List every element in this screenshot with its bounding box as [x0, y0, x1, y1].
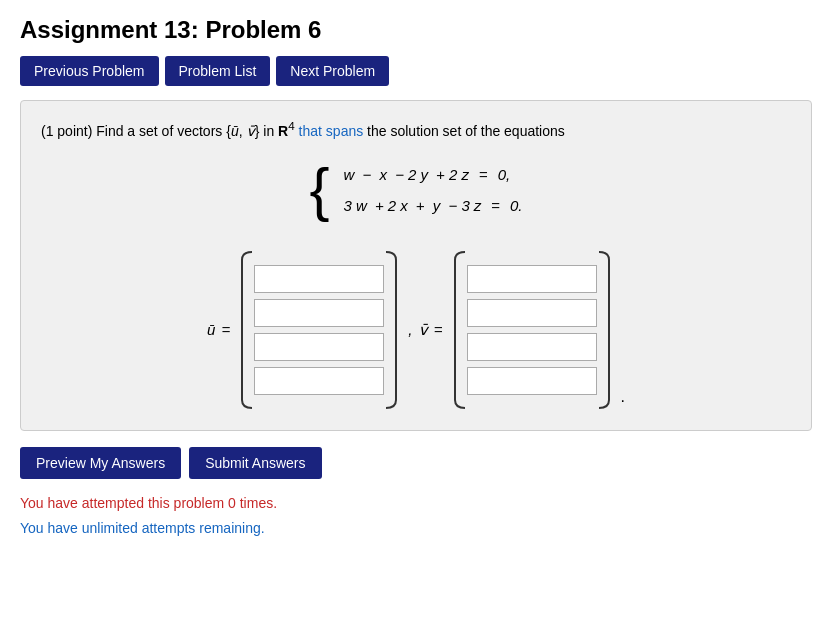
v-input-2[interactable] — [467, 299, 597, 327]
page-title: Assignment 13: Problem 6 — [20, 16, 812, 44]
u-input-3[interactable] — [254, 333, 384, 361]
vector-area: ū = , v̄ = — [41, 250, 791, 410]
statement-text: Find a set of vectors {ū, v̄} in — [96, 123, 278, 139]
right-bracket-v — [597, 250, 611, 410]
attempts-count: You have attempted this problem 0 times. — [20, 491, 812, 516]
submit-answers-button[interactable]: Submit Answers — [189, 447, 321, 479]
next-problem-button[interactable]: Next Problem — [276, 56, 389, 86]
problem-box: (1 point) Find a set of vectors {ū, v̄} … — [20, 100, 812, 431]
u-input-1[interactable] — [254, 265, 384, 293]
problem-list-button[interactable]: Problem List — [165, 56, 271, 86]
left-bracket-v — [453, 250, 467, 410]
preview-answers-button[interactable]: Preview My Answers — [20, 447, 181, 479]
prev-problem-button[interactable]: Previous Problem — [20, 56, 159, 86]
v-input-4[interactable] — [467, 367, 597, 395]
v-input-3[interactable] — [467, 333, 597, 361]
v-label: , v̄ = — [408, 321, 442, 339]
attempts-remaining: You have unlimited attempts remaining. — [20, 516, 812, 541]
bottom-buttons: Preview My Answers Submit Answers — [20, 447, 812, 479]
R4-label: R4 — [278, 123, 295, 139]
equations-block: { w − x − 2y + 2z = 0, 3w + 2x + y − 3z … — [41, 160, 791, 220]
u-inputs — [254, 265, 384, 395]
right-bracket-u — [384, 250, 398, 410]
period: . — [621, 388, 625, 406]
v-inputs — [467, 265, 597, 395]
nav-buttons: Previous Problem Problem List Next Probl… — [20, 56, 812, 86]
attempt-info: You have attempted this problem 0 times.… — [20, 491, 812, 541]
left-bracket-u — [240, 250, 254, 410]
u-matrix — [240, 250, 398, 410]
points-label: (1 point) — [41, 123, 92, 139]
equation-1: w − x − 2y + 2z = 0, — [344, 166, 523, 183]
v-matrix — [453, 250, 611, 410]
v-input-1[interactable] — [467, 265, 597, 293]
equation-2: 3w + 2x + y − 3z = 0. — [344, 197, 523, 214]
u-label: ū = — [207, 321, 230, 338]
problem-statement: (1 point) Find a set of vectors {ū, v̄} … — [41, 117, 791, 142]
u-input-4[interactable] — [254, 367, 384, 395]
u-input-2[interactable] — [254, 299, 384, 327]
spans-text: that spans the solution set of the equat… — [299, 123, 565, 139]
